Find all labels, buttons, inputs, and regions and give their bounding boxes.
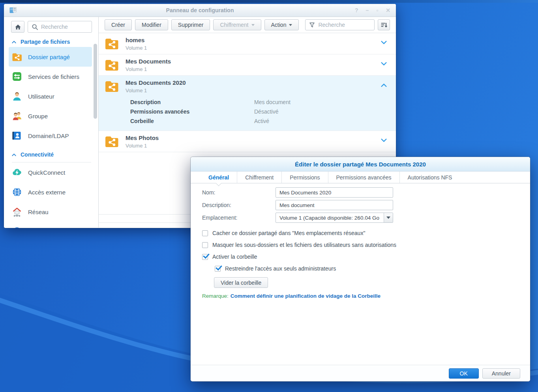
checkbox-label: Activer la corbeille	[212, 254, 257, 260]
sidebar-section-file-sharing[interactable]: Partage de fichiers	[12, 39, 91, 45]
action-dropdown-button[interactable]: Action	[264, 19, 299, 30]
folder-volume: Volume 1	[126, 66, 171, 72]
tab-general[interactable]: Général	[201, 172, 237, 183]
folder-volume: Volume 1	[126, 143, 159, 149]
checkbox-hide-shared-folder[interactable]: Cacher ce dossier partagé dans "Mes empl…	[202, 227, 519, 239]
folder-name: Mes Documents	[126, 58, 171, 65]
recycle-schedule-link[interactable]: Comment définir une planification de vid…	[231, 293, 381, 299]
tab-permissions[interactable]: Permissions	[282, 172, 328, 183]
window-title: Panneau de configuration	[4, 7, 396, 13]
description-field-label: Description:	[202, 202, 276, 208]
description-field[interactable]: Mes document	[276, 200, 393, 210]
tab-encryption[interactable]: Chiffrement	[237, 172, 282, 183]
chevron-up-icon	[12, 41, 16, 43]
folder-volume: Volume 1	[126, 88, 186, 93]
cancel-button-label: Annuler	[492, 370, 511, 377]
checkbox-label: Cacher ce dossier partagé dans "Mes empl…	[212, 230, 365, 236]
group-icon	[12, 111, 22, 121]
chevron-down-icon[interactable]	[381, 41, 387, 45]
folder-name: Mes Documents 2020	[126, 79, 186, 86]
folder-row-mes-photos[interactable]: Mes Photos Volume 1	[99, 131, 396, 152]
create-button-label: Créer	[111, 22, 125, 28]
maximize-icon[interactable]: ▫	[376, 7, 378, 13]
window-titlebar: Panneau de configuration ? – ▫ ✕	[4, 4, 396, 17]
user-icon	[12, 91, 22, 101]
quickconnect-icon	[12, 167, 22, 177]
folder-name: Mes Photos	[126, 134, 159, 141]
control-panel-app-icon	[9, 7, 17, 13]
sidebar-scrollbar-thumb[interactable]	[94, 44, 97, 119]
folder-row-mes-documents[interactable]: Mes Documents Volume 1	[99, 54, 396, 76]
sidebar-item-label: Groupe	[28, 113, 48, 119]
sidebar-item-user[interactable]: Utilisateur	[9, 86, 92, 106]
chevron-down-icon[interactable]	[381, 62, 387, 66]
sort-button[interactable]	[378, 19, 390, 30]
detail-value: Activé	[254, 118, 269, 124]
list-filter-input[interactable]: Recherche	[305, 19, 375, 30]
location-select[interactable]: Volume 1 (Capacité disponible: 260.04 Go	[276, 213, 393, 223]
sidebar-item-network[interactable]: Réseau	[9, 202, 92, 222]
delete-button[interactable]: Supprimer	[171, 19, 210, 30]
cancel-button[interactable]: Annuler	[482, 368, 520, 379]
sidebar-section-connectivity[interactable]: Connectivité	[12, 151, 91, 162]
detail-label: Corbeille	[130, 118, 254, 124]
shared-folder-icon	[105, 58, 119, 71]
note-label: Remarque:	[202, 293, 229, 299]
chevron-up-icon[interactable]	[381, 83, 387, 87]
modify-button[interactable]: Modifier	[135, 19, 168, 30]
sidebar-item-dhcp-server[interactable]: Serveur DHCP	[9, 222, 92, 228]
filter-funnel-icon	[309, 22, 315, 28]
folder-details: Description Mes document Permissions ava…	[130, 97, 390, 126]
location-field-label: Emplacement:	[202, 215, 276, 221]
checkbox-enable-recycle-bin[interactable]: Activer la corbeille	[202, 251, 519, 263]
sort-icon	[380, 21, 388, 29]
sidebar: Recherche Partage de fichiers	[4, 17, 99, 228]
action-button-label: Action	[271, 22, 287, 28]
detail-label: Permissions avancées	[130, 108, 254, 115]
close-icon[interactable]: ✕	[386, 7, 390, 13]
sidebar-search-placeholder: Recherche	[41, 24, 68, 30]
sidebar-item-shared-folder[interactable]: Dossier partagé	[9, 47, 92, 67]
name-field[interactable]: Mes Documents 2020	[276, 187, 393, 198]
domain-ldap-icon	[12, 131, 22, 141]
checkbox-restrict-admins[interactable]: Restreindre l'accès aux seuls administra…	[215, 263, 519, 274]
external-access-globe-icon	[12, 187, 22, 197]
shared-folder-icon	[105, 80, 119, 92]
create-button[interactable]: Créer	[105, 19, 132, 30]
tab-advanced-permissions[interactable]: Permissions avancées	[328, 172, 400, 183]
chevron-down-icon[interactable]	[381, 138, 387, 142]
folder-row-homes[interactable]: homes Volume 1	[99, 33, 396, 54]
location-select-button[interactable]	[384, 213, 393, 222]
checkbox-box-checked[interactable]	[202, 254, 208, 260]
window-controls: ? – ▫ ✕	[355, 7, 390, 13]
checkbox-box[interactable]	[202, 230, 208, 236]
checkbox-hide-subfolders[interactable]: Masquer les sous-dossiers et les fichier…	[202, 239, 519, 251]
search-icon	[32, 24, 38, 30]
help-icon[interactable]: ?	[355, 7, 358, 13]
sidebar-item-domain-ldap[interactable]: Domaine/LDAP	[9, 126, 92, 146]
location-select-value: Volume 1 (Capacité disponible: 260.04 Go	[279, 215, 379, 221]
sidebar-item-label: QuickConnect	[28, 169, 65, 176]
checkbox-box[interactable]	[202, 242, 208, 248]
detail-row: Permissions avancées Désactivé	[130, 107, 390, 116]
folder-row-mes-documents-2020[interactable]: Mes Documents 2020 Volume 1 Description …	[99, 76, 396, 131]
detail-value: Mes document	[254, 99, 291, 105]
dialog-title: Éditer le dossier partagé Mes Documents …	[191, 157, 530, 172]
toolbar: Créer Modifier Supprimer Chiffrement Act…	[99, 17, 396, 33]
sidebar-search-input[interactable]: Recherche	[28, 21, 92, 33]
ok-button[interactable]: OK	[449, 368, 479, 379]
tab-nfs-permissions[interactable]: Autorisations NFS	[400, 172, 460, 183]
empty-recycle-bin-button[interactable]: Vider la corbeille	[214, 277, 268, 288]
encryption-dropdown-button[interactable]: Chiffrement	[213, 19, 261, 30]
sidebar-item-label: Utilisateur	[28, 93, 54, 100]
section-title: Partage de fichiers	[21, 39, 70, 45]
checkbox-box-checked[interactable]	[215, 266, 221, 272]
detail-value: Désactivé	[254, 108, 278, 115]
sidebar-item-quickconnect[interactable]: QuickConnect	[9, 162, 92, 182]
checkbox-label: Masquer les sous-dossiers et les fichier…	[212, 242, 396, 248]
sidebar-item-external-access[interactable]: Accès externe	[9, 182, 92, 202]
home-button[interactable]	[11, 21, 24, 33]
sidebar-item-file-services[interactable]: Services de fichiers	[9, 67, 92, 86]
sidebar-item-group[interactable]: Groupe	[9, 106, 92, 126]
minimize-icon[interactable]: –	[366, 7, 369, 13]
